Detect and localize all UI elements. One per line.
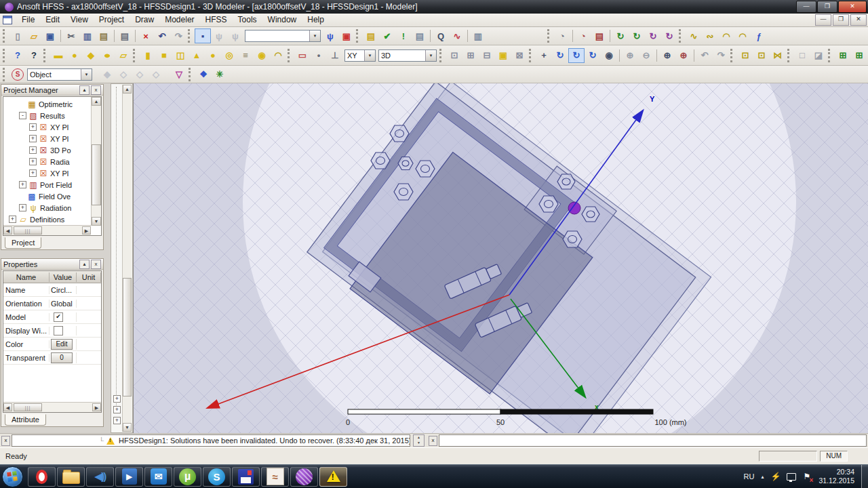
spinner-up-icon[interactable]: ▲ xyxy=(414,435,424,441)
toolbar-grip[interactable] xyxy=(828,49,832,62)
scroll-thumb[interactable] xyxy=(123,278,132,396)
view-orientation-combo[interactable]: 3D▼ xyxy=(378,49,437,62)
tree-item-radia[interactable]: +☒Radia xyxy=(3,156,91,167)
draw-regular-polyhedron-icon[interactable]: ◫ xyxy=(172,48,189,63)
project-manager-header[interactable]: Project Manager ▴ x xyxy=(1,85,103,96)
expander-icon[interactable]: + xyxy=(29,169,37,177)
cut-icon[interactable]: ✂ xyxy=(63,28,79,43)
solve-clock-icon[interactable]: ◔ xyxy=(554,28,570,43)
scroll-up-icon[interactable]: ▲ xyxy=(123,85,132,94)
expander-icon[interactable]: + xyxy=(19,181,26,188)
fit-selection-icon[interactable]: ⊡ xyxy=(753,48,770,63)
hex-nut[interactable] xyxy=(582,207,599,222)
create-report-icon[interactable]: ∿ xyxy=(449,28,465,43)
mdi-minimize-button[interactable]: — xyxy=(815,14,831,26)
collapse-icon[interactable]: ▴ xyxy=(79,260,90,269)
solve-abort-icon[interactable]: ◔ xyxy=(575,28,591,43)
print-icon[interactable]: ▤ xyxy=(117,28,133,43)
tree-item-definitions[interactable]: +▱Definitions xyxy=(3,214,91,225)
hex-nut[interactable] xyxy=(557,174,575,189)
menu-window[interactable]: Window xyxy=(262,14,302,26)
move-vertex-icon[interactable]: ⊡ xyxy=(446,48,462,63)
draw-plane-icon[interactable]: ⊥ xyxy=(327,48,343,63)
rotate-screen-center-icon[interactable]: ↻ xyxy=(585,48,601,63)
collapse-icon[interactable]: ▴ xyxy=(79,85,90,95)
tray-clock[interactable]: 20:34 31.12.2015 xyxy=(818,468,854,485)
mirror-view-icon[interactable]: ⋈ xyxy=(770,48,786,63)
draw-bondwire-icon[interactable]: ◠ xyxy=(270,48,286,63)
fields-overlay-icon[interactable]: ❖ xyxy=(195,67,212,82)
grid-plane-tilt-icon[interactable]: ◪ xyxy=(810,48,827,63)
draw-point-icon[interactable]: • xyxy=(311,48,327,63)
move-face-icon[interactable]: ⊟ xyxy=(479,48,495,63)
toolbar-grip[interactable] xyxy=(679,29,683,43)
whats-this-help-icon[interactable]: ? xyxy=(26,48,42,63)
edit-notes-icon[interactable]: ▤ xyxy=(363,28,379,43)
coordinate-mode-icon[interactable]: ψ xyxy=(227,28,243,43)
language-indicator[interactable]: RU xyxy=(744,472,755,481)
selection-type-combo[interactable]: Object▼ xyxy=(27,68,92,81)
tree-item-results[interactable]: -▧Results xyxy=(3,110,91,121)
taskbar-explorer-button[interactable] xyxy=(57,467,85,487)
menu-help[interactable]: Help xyxy=(302,14,330,26)
radiation-sphere-icon[interactable]: ✳ xyxy=(212,67,228,82)
project-tree-vscrollbar[interactable]: ▲ ▼ xyxy=(91,97,101,226)
drawing-plane-combo[interactable]: XY▼ xyxy=(344,49,376,62)
expander-icon[interactable]: + xyxy=(19,204,26,211)
expander-icon[interactable]: + xyxy=(29,146,37,154)
tree-item-optimetric[interactable]: ▦Optimetric xyxy=(3,98,91,110)
tree-item-port-field[interactable]: +▥Port Field xyxy=(3,179,91,190)
undo-icon[interactable]: ↶ xyxy=(154,28,170,43)
toolbar-grip[interactable] xyxy=(529,49,533,62)
restore-button[interactable]: ❐ xyxy=(817,1,837,13)
draw-segmented-helix-icon[interactable]: ≡ xyxy=(237,48,254,63)
toolbar-grip[interactable] xyxy=(3,49,7,62)
fit-all-icon[interactable]: ⊡ xyxy=(737,48,753,63)
zoom-out-icon[interactable]: ⊕ xyxy=(675,48,692,63)
action-center-icon[interactable]: ⚑ xyxy=(802,472,812,482)
taskbar-opera-button[interactable] xyxy=(28,467,56,487)
hex-nut[interactable] xyxy=(398,157,413,170)
delete-icon[interactable]: × xyxy=(138,28,154,43)
design-combo[interactable]: ▼ xyxy=(245,30,321,42)
close-button[interactable]: ✕ xyxy=(838,1,867,13)
progress-close-icon[interactable]: x xyxy=(429,436,437,446)
draw-circle-icon[interactable]: ● xyxy=(66,48,83,63)
tree-item-field-ove[interactable]: ▩Field Ove xyxy=(3,190,91,202)
taskbar-hfss-button[interactable] xyxy=(290,467,318,487)
message-spinner[interactable]: ▲▼ xyxy=(413,434,425,447)
tab-project[interactable]: Project xyxy=(5,237,41,249)
analyze-all-icon[interactable]: ! xyxy=(395,28,412,43)
taskbar-utorrent-button[interactable]: µ xyxy=(174,467,201,487)
toolbar-grip[interactable] xyxy=(188,29,192,43)
toolbar-grip[interactable] xyxy=(43,49,47,62)
collapsed-tree-expander[interactable]: + xyxy=(113,395,121,403)
toolbar-grip[interactable] xyxy=(730,49,734,62)
chevron-down-icon[interactable]: ▼ xyxy=(81,69,92,80)
tree-item-xy-pl[interactable]: +☒XY Pl xyxy=(3,167,91,179)
optimetrics-search-icon[interactable]: Q xyxy=(433,28,449,43)
spinner-down-icon[interactable]: ▼ xyxy=(414,441,424,446)
new-file-icon[interactable]: ▯ xyxy=(9,28,26,43)
copy-icon[interactable]: ▥ xyxy=(79,28,96,43)
expander-icon[interactable]: + xyxy=(9,216,16,223)
toolbar-grip[interactable] xyxy=(439,49,443,62)
view-redo-icon[interactable]: ↷ xyxy=(713,48,729,63)
properties-header[interactable]: Properties ▴ x xyxy=(1,259,103,270)
draw-spiral-icon[interactable]: ◉ xyxy=(254,48,270,63)
taskbar-skype-button[interactable]: S xyxy=(203,467,231,487)
toolbar-grip[interactable] xyxy=(3,29,7,43)
context-help-icon[interactable]: ? xyxy=(9,48,26,63)
menu-file[interactable]: File xyxy=(16,14,40,26)
taskbar-floppy-button[interactable] xyxy=(232,467,260,487)
taskbar-volume-button[interactable]: ◀)) xyxy=(86,467,114,487)
scroll-thumb[interactable]: ||| xyxy=(14,226,42,235)
duplicate-around-axis-icon[interactable]: ⊞ xyxy=(851,48,867,63)
draw-3pt-polyline-icon[interactable]: ∿ xyxy=(686,28,702,43)
view-undo-icon[interactable]: ↶ xyxy=(696,48,713,63)
draw-sphere-icon[interactable]: ● xyxy=(205,48,221,63)
select-face-icon[interactable]: ◇ xyxy=(115,67,132,82)
align-faces-icon[interactable]: ▣ xyxy=(495,48,511,63)
mdi-restore-button[interactable]: ❐ xyxy=(833,14,849,26)
analyze-local-2-icon[interactable]: ↻ xyxy=(629,28,645,43)
